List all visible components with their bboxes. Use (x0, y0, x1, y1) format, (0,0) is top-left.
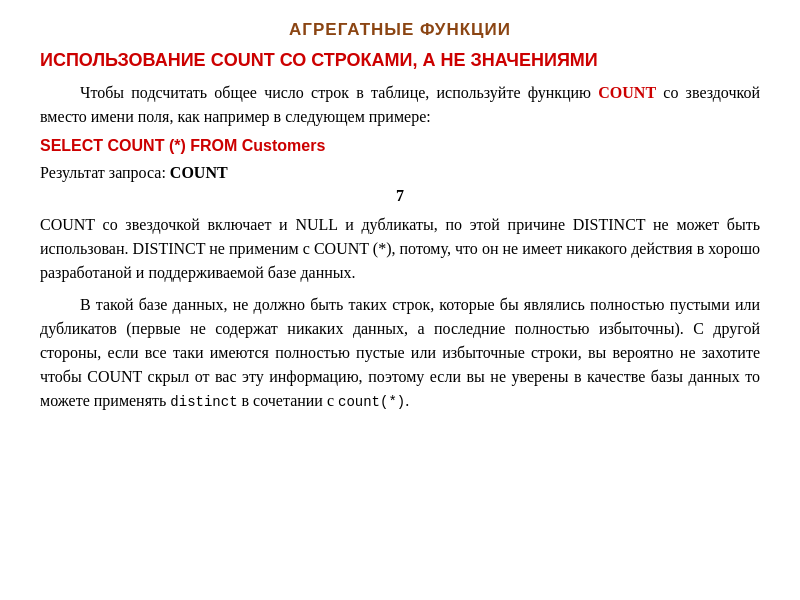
para3-text2: в сочетании с (238, 392, 338, 409)
page-title: АГРЕГАТНЫЕ ФУНКЦИИ (40, 20, 760, 40)
paragraph-1: Чтобы подсчитать общее число строк в таб… (40, 81, 760, 129)
para1-text1: Чтобы подсчитать общее число строк в таб… (80, 84, 598, 101)
para3-end: . (405, 392, 409, 409)
result-label-text: Результат запроса: (40, 164, 170, 181)
result-label-line: Результат запроса: COUNT (40, 161, 760, 185)
sql-query-line: SELECT COUNT (*) FROM Customers (40, 137, 760, 155)
para3-text1: В такой базе данных, не должно быть таки… (40, 296, 760, 409)
paragraph-3: В такой базе данных, не должно быть таки… (40, 293, 760, 413)
para3-distinct: distinct (170, 394, 237, 410)
section-heading: ИСПОЛЬЗОВАНИЕ COUNT СО СТРОКАМИ, А НЕ ЗН… (40, 50, 760, 71)
result-value: 7 (40, 187, 760, 205)
paragraph-2: COUNT со звездочкой включает и NULL и ду… (40, 213, 760, 285)
para3-count: count(*) (338, 394, 405, 410)
para1-count: COUNT (598, 84, 656, 101)
result-label-count: COUNT (170, 164, 228, 181)
